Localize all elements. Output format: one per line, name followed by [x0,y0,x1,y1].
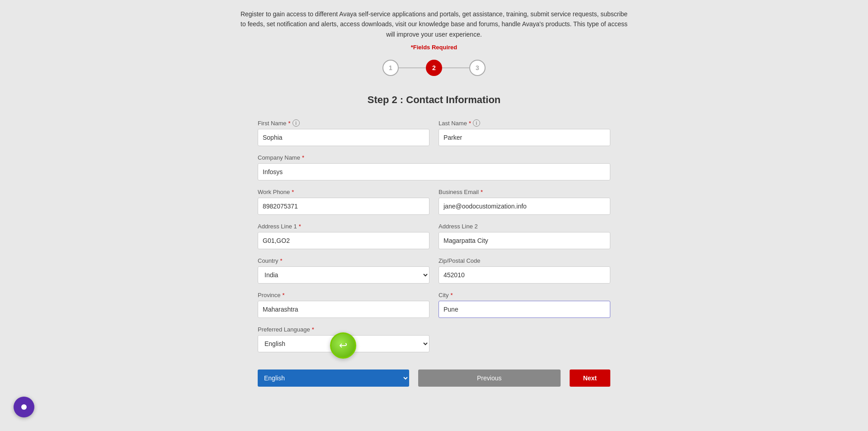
form-container: Step 2 : Contact Information First Name … [258,94,610,360]
country-required: * [280,257,283,264]
first-name-group: First Name * i [258,119,429,146]
step-line-1 [399,67,426,68]
business-email-group: Business Email * [439,189,610,215]
zip-group: Zip/Postal Code [439,257,610,284]
name-row: First Name * i Last Name * i [258,119,610,146]
city-required: * [450,292,453,298]
business-email-input[interactable] [439,198,610,215]
work-phone-label: Work Phone * [258,189,429,195]
stepper: 1 2 3 [382,60,486,76]
preferred-language-required: * [312,326,314,333]
work-phone-required: * [292,189,294,195]
company-name-label: Company Name * [258,154,610,161]
last-name-info-icon[interactable]: i [473,119,480,127]
first-name-required: * [288,120,291,127]
previous-button[interactable]: Previous [418,369,561,387]
phone-email-row: Work Phone * Business Email * [258,189,610,215]
address-line2-label: Address Line 2 [439,223,610,230]
step-line-2 [442,67,469,68]
company-name-required: * [302,154,304,161]
address-line2-input[interactable] [439,232,610,249]
country-group: Country * India USA UK [258,257,429,284]
next-button[interactable]: Next [570,369,610,387]
step-1: 1 [382,60,399,76]
company-name-group: Company Name * [258,154,610,180]
address-line1-input[interactable] [258,232,429,249]
first-name-info-icon[interactable]: i [292,119,300,127]
last-name-group: Last Name * i [439,119,610,146]
address-line1-required: * [299,223,301,230]
first-name-input[interactable] [258,129,429,146]
address-row: Address Line 1 * Address Line 2 [258,223,610,249]
zip-label: Zip/Postal Code [439,257,610,264]
first-name-label: First Name * i [258,119,429,127]
province-required: * [283,292,285,298]
province-group: Province * [258,292,429,318]
address-line1-label: Address Line 1 * [258,223,429,230]
last-name-label: Last Name * i [439,119,610,127]
work-phone-group: Work Phone * [258,189,429,215]
step-title: Step 2 : Contact Information [258,94,610,106]
chat-fab[interactable] [14,397,34,417]
address-line2-group: Address Line 2 [439,223,610,249]
avaya-fab[interactable]: ↩ [330,332,356,359]
address-line1-group: Address Line 1 * [258,223,429,249]
avaya-fab-icon: ↩ [339,340,347,351]
step-3: 3 [469,60,486,76]
province-city-row: Province * City * [258,292,610,318]
province-input[interactable] [258,301,429,318]
zip-input[interactable] [439,266,610,284]
bottom-language-select[interactable]: English [258,369,409,387]
city-label: City * [439,292,610,298]
page-wrapper: Register to gain access to different Ava… [0,0,868,414]
work-phone-input[interactable] [258,198,429,215]
country-label: Country * [258,257,429,264]
preferred-language-label: Preferred Language * [258,326,429,333]
city-input[interactable] [439,301,610,318]
company-name-input[interactable] [258,163,610,180]
business-email-required: * [481,189,483,195]
bottom-bar: English Previous Next [258,369,610,387]
country-select[interactable]: India USA UK [258,266,429,284]
preferred-language-row: Preferred Language * English French Span… [258,326,610,352]
business-email-label: Business Email * [439,189,610,195]
description-text: Register to gain access to different Ava… [231,9,637,39]
city-group: City * [439,292,610,318]
step-2: 2 [426,60,442,76]
province-label: Province * [258,292,429,298]
required-note: *Fields Required [411,44,458,51]
last-name-input[interactable] [439,129,610,146]
company-row: Company Name * [258,154,610,180]
chat-fab-icon [21,404,27,410]
last-name-required: * [469,120,471,127]
country-zip-row: Country * India USA UK Zip/Postal Code [258,257,610,284]
